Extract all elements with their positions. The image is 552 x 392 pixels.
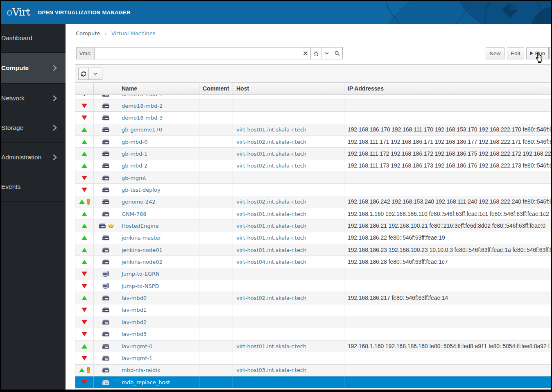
search-dropdown-button[interactable] bbox=[321, 47, 332, 59]
new-vm-button[interactable]: New bbox=[486, 47, 504, 59]
search-input[interactable] bbox=[94, 47, 300, 59]
bookmark-search-button[interactable] bbox=[310, 47, 321, 59]
vm-name-link[interactable]: lav-mgmt-0 bbox=[122, 343, 152, 349]
breadcrumb-virtual-machines[interactable]: Virtual Machines bbox=[111, 30, 156, 36]
vm-name-link[interactable]: jenkins-master bbox=[122, 235, 161, 241]
vm-comment-cell bbox=[199, 112, 233, 123]
table-row[interactable] bbox=[75, 388, 551, 390]
vm-host-cell: virt-host01.int.skala-r.tech bbox=[233, 244, 344, 256]
vm-name-link[interactable]: gb-mbd-1 bbox=[122, 151, 147, 157]
vm-name-link[interactable]: jenkins-node01 bbox=[122, 247, 163, 253]
vm-name-link[interactable]: lav-mbd3 bbox=[122, 331, 147, 337]
vm-name-link[interactable]: lav-mbd2 bbox=[122, 319, 147, 325]
vm-name-link[interactable]: mdb_replace_host bbox=[122, 379, 170, 385]
vm-host-link[interactable]: virt-host02.int.skala-r.tech bbox=[236, 163, 306, 169]
vm-name-link[interactable]: gb-mbd-2 bbox=[122, 163, 147, 169]
vm-name-link[interactable]: Jump-to-EGRN bbox=[122, 271, 160, 277]
vm-host-link[interactable]: virt-host04.int.skala-r.tech bbox=[236, 259, 306, 265]
vm-name-link[interactable]: mbd-nfs-raidix bbox=[122, 367, 161, 373]
vm-status-cell bbox=[75, 365, 94, 376]
vm-name-link[interactable]: HostedEngine bbox=[122, 223, 158, 229]
table-row[interactable]: demo18-mbd-3 bbox=[75, 112, 551, 124]
vm-host-link[interactable]: virt-host02.int.skala-r.tech bbox=[236, 295, 306, 301]
refresh-button[interactable] bbox=[78, 68, 88, 80]
table-row[interactable]: lav-mgmt-0virt-host01.int.skala-r.tech19… bbox=[75, 340, 551, 352]
column-host[interactable]: Host bbox=[233, 83, 344, 94]
column-name[interactable]: Name bbox=[118, 83, 199, 94]
vm-status-cell bbox=[75, 268, 94, 280]
vm-host-link[interactable]: virt-host01.int.skala-r.tech bbox=[236, 151, 306, 157]
vm-host-link[interactable]: virt-host01.int.skala-r.tech bbox=[236, 343, 306, 349]
table-row[interactable]: mbd-nfs-raidixvirt-host03.int.skala-r.te… bbox=[75, 365, 551, 376]
vm-name-link[interactable]: GNM-788 bbox=[122, 211, 147, 217]
vm-host-link[interactable]: virt-host03.int.skala-r.tech bbox=[236, 367, 306, 373]
table-row[interactable]: genome-242virt-host02.int.skala-r.tech19… bbox=[75, 196, 551, 208]
vm-name-link[interactable]: genome-242 bbox=[122, 199, 156, 205]
table-row[interactable]: gb-mbd-0virt-host02.int.skala-r.tech192.… bbox=[75, 136, 551, 148]
vm-name-link[interactable]: gb-mgmt bbox=[122, 175, 146, 181]
vm-name-cell: gb-mgmt bbox=[118, 172, 199, 184]
table-row[interactable]: demo18-mbd-2 bbox=[75, 100, 551, 112]
table-row[interactable]: lav-mbd3 bbox=[75, 328, 551, 340]
table-row[interactable]: gb-mbd-2virt-host02.int.skala-r.tech192.… bbox=[75, 160, 551, 172]
vm-server-icon bbox=[102, 211, 110, 217]
table-row[interactable]: lav-mbd1 bbox=[75, 304, 551, 316]
table-row[interactable]: HostedEnginevirt-host01.int.skala-r.tech… bbox=[75, 220, 551, 232]
table-row[interactable]: gb-genome170virt-host01.int.skala-r.tech… bbox=[75, 124, 551, 136]
vm-name-link[interactable]: lav-mbd0 bbox=[122, 295, 147, 301]
sidebar-item-events[interactable]: Events bbox=[1, 172, 66, 202]
breadcrumb-compute[interactable]: Compute bbox=[76, 30, 100, 36]
clear-search-button[interactable] bbox=[300, 47, 311, 59]
sidebar-item-administration[interactable]: Administration bbox=[1, 143, 66, 172]
sidebar-item-network[interactable]: Network bbox=[1, 84, 66, 113]
sidebar-item-storage[interactable]: Storage bbox=[1, 113, 66, 143]
table-row[interactable]: mdb_replace_host bbox=[75, 376, 551, 388]
vm-name-link[interactable]: jenkins-node02 bbox=[122, 259, 163, 265]
vm-host-link[interactable]: virt-host01.int.skala-r.tech bbox=[236, 211, 306, 217]
column-status[interactable] bbox=[75, 83, 94, 94]
table-row[interactable]: lav-mbd0virt-host02.int.skala-r.tech192.… bbox=[75, 292, 551, 304]
table-row[interactable]: jenkins-node02virt-host04.int.skala-r.te… bbox=[75, 256, 551, 268]
edit-vm-button[interactable]: Edit bbox=[507, 47, 524, 59]
column-comment[interactable]: Comment bbox=[199, 83, 233, 94]
refresh-menu-button[interactable] bbox=[88, 68, 102, 80]
table-row[interactable]: gb-mgmt bbox=[75, 172, 551, 184]
table-row[interactable]: jenkins-mastervirt-host01.int.skala-r.te… bbox=[75, 232, 551, 244]
sidebar-item-compute[interactable]: Compute bbox=[1, 53, 66, 84]
table-row[interactable]: gb-mbd-1virt-host01.int.skala-r.tech192.… bbox=[75, 148, 551, 160]
column-type[interactable] bbox=[94, 83, 118, 94]
vm-name-link[interactable]: lav-mgmt-1 bbox=[122, 355, 152, 361]
vm-host-link[interactable]: virt-host02.int.skala-r.tech bbox=[236, 139, 306, 145]
ovirt-logo[interactable]: oVirt bbox=[7, 7, 32, 18]
table-row[interactable]: Jump-to-NSPD bbox=[75, 280, 551, 292]
table-row[interactable]: lav-mgmt-1 bbox=[75, 352, 551, 364]
table-row[interactable]: lav-mbd2 bbox=[75, 316, 551, 328]
vm-host-link[interactable]: virt-host01.int.skala-r.tech bbox=[236, 235, 306, 241]
vm-name-link[interactable]: gb-genome170 bbox=[122, 127, 162, 133]
table-row[interactable]: Jump-to-EGRN bbox=[75, 268, 551, 280]
vm-host-link[interactable]: virt-host01.int.skala-r.tech bbox=[236, 127, 306, 133]
vm-name-link[interactable]: demo18-mbd-3 bbox=[122, 115, 163, 121]
vm-host-link[interactable]: virt-host01.int.skala-r.tech bbox=[236, 247, 306, 253]
table-row[interactable]: jenkins-node01virt-host01.int.skala-r.te… bbox=[75, 244, 551, 256]
table-row[interactable]: GNM-788virt-host01.int.skala-r.tech192.1… bbox=[75, 208, 551, 220]
vm-name-link[interactable]: gb-test-deploy bbox=[122, 187, 161, 193]
table-row[interactable]: demo18-mbd-1 bbox=[75, 95, 551, 100]
column-ip-addresses[interactable]: IP Addresses bbox=[344, 83, 551, 94]
clipped-button[interactable] bbox=[549, 47, 551, 59]
search-button[interactable] bbox=[332, 47, 343, 59]
sidebar-item-dashboard[interactable]: Dashboard bbox=[1, 24, 66, 53]
vm-name-link[interactable]: Jump-to-NSPD bbox=[122, 283, 159, 289]
sidebar-item-label: Dashboard bbox=[1, 34, 32, 42]
vm-name-cell: demo18-mbd-1 bbox=[118, 95, 199, 100]
vm-name-link[interactable]: gb-mbd-0 bbox=[122, 139, 147, 145]
vm-name-link[interactable]: lav-mbd1 bbox=[122, 307, 147, 313]
run-vm-button[interactable]: Run bbox=[526, 47, 549, 59]
status-up-icon bbox=[81, 248, 87, 252]
vm-host-link[interactable]: virt-host01.int.skala-r.tech bbox=[236, 223, 306, 229]
table-row[interactable]: gb-test-deploy bbox=[75, 184, 551, 196]
vm-host-link[interactable]: virt-host02.int.skala-r.tech bbox=[236, 199, 306, 205]
vm-name-link[interactable]: demo18-mbd-2 bbox=[122, 103, 163, 109]
vm-type-cell bbox=[94, 148, 118, 159]
vm-name-link[interactable]: demo18-mbd-1 bbox=[122, 95, 163, 97]
